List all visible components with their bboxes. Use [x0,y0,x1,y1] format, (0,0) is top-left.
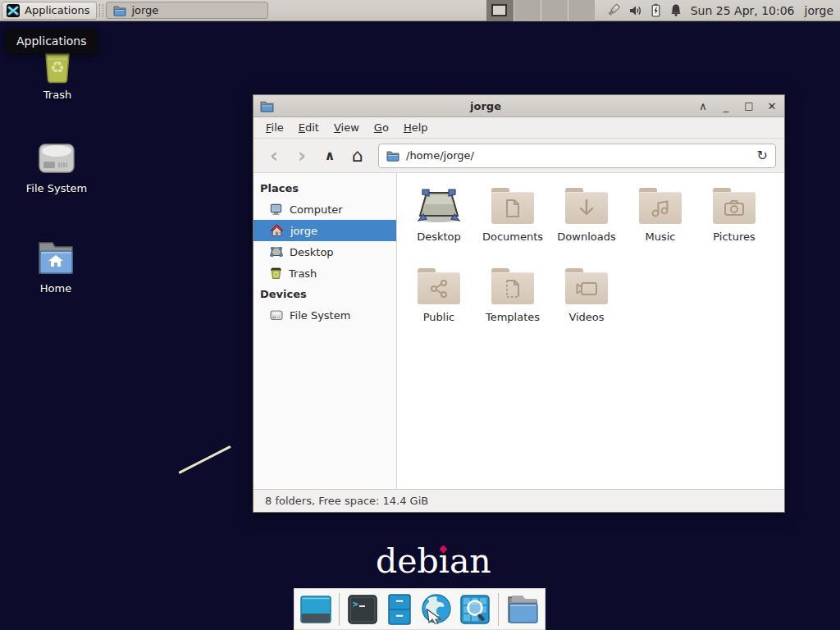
desktop-icon-home[interactable]: Home [11,240,101,294]
window-icon [260,100,274,112]
sidebar-item-label: jorge [290,225,317,237]
shade-button[interactable]: ∧ [697,95,709,117]
folder-icon [113,5,126,16]
notifications-bell-icon[interactable] [669,3,682,17]
camera-emblem-icon [724,199,745,217]
workspace-4[interactable] [568,0,595,21]
menu-view[interactable]: View [326,118,367,137]
menu-edit[interactable]: Edit [291,118,326,137]
menu-go[interactable]: Go [367,118,396,137]
file-item-desktop[interactable]: Desktop [402,180,476,260]
system-tray [606,3,682,17]
home-folder-icon [35,240,76,277]
music-emblem-icon [651,199,670,218]
workspace-1[interactable] [486,0,514,21]
back-button[interactable]: ‹ [262,144,286,168]
removable-media-icon[interactable] [606,3,621,17]
terminal-launcher[interactable]: > [346,592,379,627]
desktop-icon-filesystem[interactable]: File System [11,139,102,194]
volume-icon[interactable] [628,4,642,17]
file-item-documents[interactable]: Documents [476,180,550,260]
toolbar: ‹ › ∧ ⌂ /home/jorge/ ↻ [253,139,784,173]
menu-file[interactable]: File [258,118,291,137]
desktop-icon-label: Trash [43,89,71,101]
applications-menu-label: Applications [25,4,89,16]
file-item-label: Desktop [417,231,461,243]
statusbar: 8 folders, Free space: 14.4 GiB [253,489,784,512]
file-item-videos[interactable]: Videos [550,260,623,340]
show-desktop-icon [299,593,332,626]
user-home-icon [270,224,284,237]
close-button[interactable]: ✕ [766,95,778,117]
debian-logo: debıan [376,541,491,582]
video-emblem-icon [575,281,598,297]
sidebar-item-trash[interactable]: Trash [253,262,396,284]
location-bar[interactable]: /home/jorge/ ↻ [378,144,776,168]
panel-handle [99,4,103,17]
sidebar-item-label: Computer [290,203,343,216]
desktop-icon-label: Home [40,282,71,294]
share-emblem-icon [429,279,449,299]
file-item-templates[interactable]: Templates [476,260,550,340]
path-input[interactable]: /home/jorge/ [406,149,751,162]
file-manager-launcher[interactable] [505,592,540,627]
file-manager-window: jorge ∧ _ □ ✕ File Edit View Go Help ‹ ›… [253,94,785,513]
drive-mini-icon [270,309,283,321]
file-view: Desktop Documents Downloads [397,173,784,489]
session-user-menu[interactable]: jorge [805,4,833,17]
bottom-dock: > [294,588,546,630]
svg-text:♻: ♻ [50,57,65,77]
svg-text:>: > [353,599,358,609]
panel-clock[interactable]: Sun 25 Apr, 10:06 [691,4,795,17]
debian-logo-i: ı [439,541,450,581]
xfce-logo-icon [6,3,21,18]
application-finder-launcher[interactable] [459,592,491,627]
taskbar-button-label: jorge [131,4,158,16]
workspace-2[interactable] [514,0,541,21]
file-item-label: Templates [486,311,540,323]
stray-line-artifact [178,445,231,474]
web-browser-launcher[interactable] [419,592,454,627]
document-emblem-icon [504,199,521,218]
sidebar-item-jorge[interactable]: jorge [253,220,396,241]
computer-icon [270,203,283,216]
sidebar-item-label: Trash [289,267,317,280]
workspace-switcher [486,0,595,21]
up-button[interactable]: ∧ [317,144,342,168]
window-titlebar[interactable]: jorge ∧ _ □ ✕ [253,95,784,117]
web-browser-icon [419,592,454,627]
file-item-label: Music [646,231,676,243]
maximize-button[interactable]: □ [743,95,755,117]
sidebar-item-computer[interactable]: Computer [253,199,396,220]
file-item-downloads[interactable]: Downloads [550,180,623,260]
menu-help[interactable]: Help [396,118,436,137]
file-item-public[interactable]: Public [402,260,476,340]
reload-icon[interactable]: ↻ [757,148,768,163]
file-item-pictures[interactable]: Pictures [697,180,771,260]
taskbar-button-jorge[interactable]: jorge [106,2,268,19]
file-item-label: Pictures [713,231,755,243]
file-item-music[interactable]: Music [623,180,697,260]
path-folder-icon [386,150,399,162]
forward-button[interactable]: › [290,144,314,168]
download-emblem-icon [578,199,596,218]
battery-icon[interactable] [650,3,662,17]
workspace-3[interactable] [541,0,568,21]
sidebar-item-label: Desktop [290,246,334,258]
sidebar: Places Computer jorge [253,173,397,489]
show-desktop-button[interactable] [299,592,332,627]
file-item-label: Downloads [557,231,615,243]
hard-drive-icon [36,139,77,177]
sidebar-item-file-system[interactable]: File System [253,304,396,326]
minimize-button[interactable]: _ [720,95,732,117]
sidebar-item-desktop[interactable]: Desktop [253,241,396,262]
places-header: Places [253,178,396,199]
home-button[interactable]: ⌂ [345,144,370,168]
file-item-label: Documents [482,231,543,243]
file-cabinet-launcher[interactable] [384,592,414,627]
template-emblem-icon [504,279,521,299]
desktop-mini-icon [270,246,283,258]
trash-mini-icon [270,267,282,280]
dock-separator [498,593,499,626]
applications-menu-button[interactable]: Applications [2,2,97,20]
